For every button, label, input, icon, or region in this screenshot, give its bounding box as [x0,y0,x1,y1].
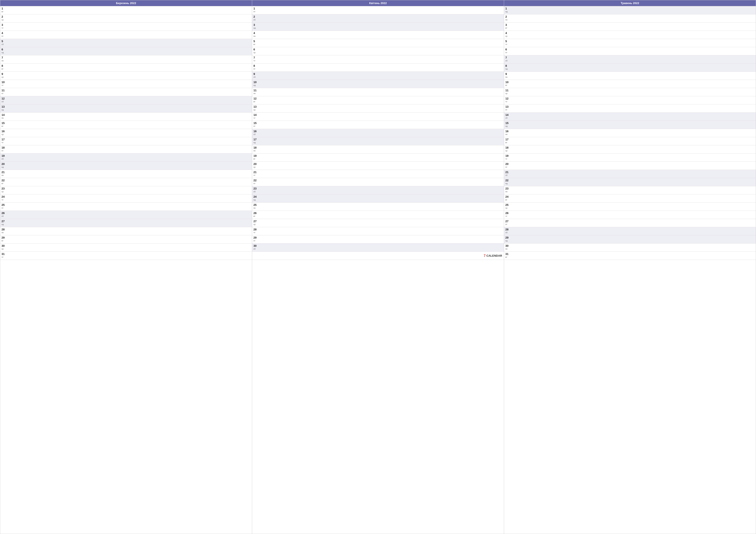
day-name: сб [505,117,510,119]
day-number: 9 [505,72,510,76]
day-row: 3нд [252,23,504,31]
day-name: нд [2,166,6,168]
day-number: 1 [254,7,258,10]
day-name: ср [505,207,510,209]
day-row: 5сб [0,39,252,47]
day-row: 16ср [0,129,252,137]
day-name: сб [505,174,510,177]
day-row: 5вт [252,39,504,47]
day-number: 11 [505,89,510,92]
day-row: 21пн [0,170,252,178]
day-row: 19вт [252,154,504,162]
day-number: 26 [254,212,258,215]
day-number: 30 [254,244,258,248]
day-number: 2 [505,15,510,18]
day-number: 30 [505,244,510,248]
day-name: ср [2,248,6,250]
day-row: 22пт [252,178,504,186]
day-row: 23сб [252,186,504,194]
day-row: 7чт [252,55,504,64]
day-name: чт [254,174,258,177]
day-number: 3 [254,23,258,27]
day-name: вт [2,240,6,242]
day-name: пн [505,248,510,250]
day-number: 21 [505,170,510,174]
day-row: 1вт [0,6,252,14]
day-row: 12чт [504,96,756,104]
day-name: пт [505,109,510,111]
day-number: 31 [2,252,6,256]
day-row: 27пт [504,219,756,227]
day-name: чт [505,215,510,217]
day-row: 6ср [252,47,504,55]
day-name: пн [505,76,510,78]
day-number: 7 [505,56,510,60]
day-row: 24вт [504,194,756,203]
day-name: ср [2,76,6,78]
day-name: чт [2,198,6,201]
day-row: 11пн [252,88,504,96]
day-row: 18ср [504,145,756,154]
day-name: пн [505,191,510,193]
day-number: 7 [2,56,6,60]
day-row: 26вт [252,211,504,219]
day-name: пт [254,182,258,185]
day-number: 7 [254,56,258,60]
day-row: 7пн [0,55,252,64]
day-name: сб [505,231,510,234]
day-row: 25пн [252,203,504,211]
day-row: 15вт [0,121,252,129]
day-name: пн [505,18,510,21]
day-number: 30 [2,244,6,248]
day-name: нд [505,67,510,70]
day-name: ср [254,109,258,111]
day-name: сб [505,60,510,62]
day-name: нд [254,84,258,87]
day-number: 19 [2,154,6,158]
day-name: пн [254,35,258,38]
day-number: 29 [254,236,258,240]
day-row: 22вт [0,178,252,186]
day-name: пт [254,10,258,13]
day-name: чт [2,27,6,29]
day-row: 13пт [504,104,756,113]
day-number: 24 [505,195,510,198]
day-name: пт [254,125,258,127]
day-row: 12вт [252,96,504,104]
day-number: 21 [2,170,6,174]
day-row: 22нд [504,178,756,186]
day-row: 11ср [504,88,756,96]
calendar-container: Березень 20221вт2ср3чт4пт5сб6нд7пн8вт9ср… [0,0,756,534]
day-row: 28пн [0,227,252,235]
day-row: 9пн [504,72,756,80]
day-row: 2пн [504,14,756,23]
day-number: 17 [505,138,510,141]
day-number: 2 [254,15,258,18]
day-row: 31чт [0,252,252,260]
day-name: вт [505,84,510,87]
day-name: вт [254,100,258,103]
day-number: 13 [2,105,6,109]
day-name: вт [505,141,510,144]
day-number: 16 [254,130,258,133]
day-row: 8пт [252,64,504,72]
day-number: 2 [2,15,6,18]
day-name: вт [254,215,258,217]
day-row: 14пн [0,113,252,121]
day-row: 23пн [504,186,756,194]
day-number: 15 [505,121,510,125]
day-name: чт [505,100,510,103]
day-number: 3 [2,23,6,27]
day-row: 20ср [252,162,504,170]
day-number: 25 [254,203,258,207]
day-name: пт [505,51,510,54]
day-name: нд [254,27,258,29]
day-number: 12 [2,97,6,100]
day-number: 3 [505,23,510,27]
day-number: 17 [254,138,258,141]
day-row: 10нд [252,80,504,88]
day-name: ср [254,166,258,168]
day-row: 8нд [504,64,756,72]
day-number: 25 [2,203,6,207]
day-number: 14 [2,113,6,117]
